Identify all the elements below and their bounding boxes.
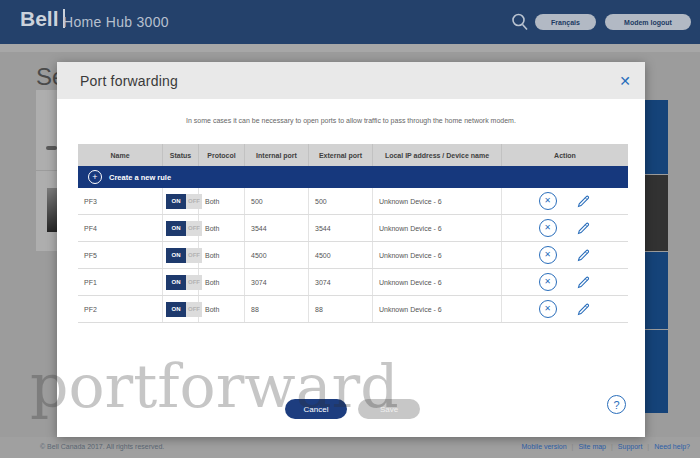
delete-rule-icon[interactable]: ✕	[539, 246, 557, 264]
rule-status-cell: ON OFF	[163, 242, 199, 268]
background-tile-dark	[645, 175, 668, 251]
rule-internal-port: 3074	[245, 269, 309, 295]
x-icon: ✕	[544, 197, 551, 205]
language-button[interactable]: Français	[535, 14, 596, 30]
column-header-action: Action	[502, 144, 628, 166]
footer-links: Mobile version | Site map | Support | Ne…	[521, 443, 690, 450]
footer-link-support[interactable]: Support	[618, 443, 643, 450]
background-tile-blue	[645, 330, 668, 413]
rule-device: Unknown Device - 6	[373, 188, 502, 214]
rule-protocol: Both	[199, 188, 245, 214]
rule-internal-port: 88	[245, 296, 309, 322]
bell-logo-text: Bell	[20, 8, 59, 29]
column-header-external-port: External port	[309, 144, 373, 166]
rule-actions: ✕	[502, 188, 628, 214]
plus-icon: +	[88, 170, 102, 184]
background-tile-blue	[645, 100, 668, 174]
status-toggle[interactable]: ON OFF	[166, 221, 202, 236]
footer-separator: |	[647, 443, 649, 450]
status-toggle[interactable]: ON OFF	[166, 302, 202, 317]
close-icon[interactable]: ✕	[619, 74, 631, 88]
column-header-device: Local IP address / Device name	[373, 144, 502, 166]
dialog-description: In some cases it can be necessary to ope…	[57, 117, 645, 124]
table-row: PF3 ON OFF Both 500 500 Unknown Device -…	[78, 188, 628, 215]
toggle-on-label: ON	[166, 221, 186, 236]
table-row: PF5 ON OFF Both 4500 4500 Unknown Device…	[78, 242, 628, 269]
table-row: PF2 ON OFF Both 88 88 Unknown Device - 6…	[78, 296, 628, 323]
footer-separator: |	[611, 443, 613, 450]
status-toggle[interactable]: ON OFF	[166, 275, 202, 290]
rule-protocol: Both	[199, 269, 245, 295]
rule-name: PF3	[78, 188, 163, 214]
rule-status-cell: ON OFF	[163, 215, 199, 241]
rule-internal-port: 500	[245, 188, 309, 214]
status-toggle[interactable]: ON OFF	[166, 248, 202, 263]
x-icon: ✕	[544, 278, 551, 286]
delete-rule-icon[interactable]: ✕	[539, 192, 557, 210]
edit-rule-icon[interactable]	[576, 247, 592, 263]
footer-separator: |	[572, 443, 574, 450]
rule-external-port: 500	[309, 188, 373, 214]
rule-protocol: Both	[199, 242, 245, 268]
footer-link-mobile-version[interactable]: Mobile version	[521, 443, 566, 450]
rule-status-cell: ON OFF	[163, 269, 199, 295]
rule-name: PF1	[78, 269, 163, 295]
background-card	[36, 90, 57, 170]
rule-actions: ✕	[502, 296, 628, 322]
page-footer: © Bell Canada 2017. All rights reserved.…	[0, 437, 700, 458]
rule-external-port: 88	[309, 296, 373, 322]
toggle-on-label: ON	[166, 275, 186, 290]
save-button[interactable]: Save	[358, 399, 420, 419]
footer-link-site-map[interactable]: Site map	[578, 443, 606, 450]
rule-device: Unknown Device - 6	[373, 242, 502, 268]
rule-external-port: 4500	[309, 242, 373, 268]
rule-actions: ✕	[502, 215, 628, 241]
modem-logout-button[interactable]: Modem logout	[605, 14, 691, 30]
x-icon: ✕	[544, 251, 551, 259]
rule-external-port: 3544	[309, 215, 373, 241]
modem-thumbnail-icon	[46, 146, 57, 150]
toggle-on-label: ON	[166, 302, 186, 317]
port-forwarding-table: Name Status Protocol Internal port Exter…	[78, 144, 628, 323]
table-row: PF4 ON OFF Both 3544 3544 Unknown Device…	[78, 215, 628, 242]
rule-protocol: Both	[199, 296, 245, 322]
port-forwarding-dialog: Port forwarding ✕ In some cases it can b…	[57, 62, 645, 437]
create-new-rule-label: Create a new rule	[109, 173, 171, 182]
rule-actions: ✕	[502, 269, 628, 295]
delete-rule-icon[interactable]: ✕	[539, 300, 557, 318]
dialog-titlebar: Port forwarding ✕	[57, 62, 645, 99]
toggle-on-label: ON	[166, 248, 186, 263]
rule-name: PF5	[78, 242, 163, 268]
rule-internal-port: 3544	[245, 215, 309, 241]
footer-link-need-help[interactable]: Need help?	[654, 443, 690, 450]
edit-rule-icon[interactable]	[576, 220, 592, 236]
column-header-name: Name	[78, 144, 163, 166]
cancel-button[interactable]: Cancel	[285, 399, 347, 419]
edit-rule-icon[interactable]	[576, 274, 592, 290]
delete-rule-icon[interactable]: ✕	[539, 219, 557, 237]
background-tile-blue	[645, 252, 668, 329]
rule-device: Unknown Device - 6	[373, 215, 502, 241]
top-header: Bell Home Hub 3000 Français Modem logout	[0, 0, 700, 44]
rule-external-port: 3074	[309, 269, 373, 295]
table-row: PF1 ON OFF Both 3074 3074 Unknown Device…	[78, 269, 628, 296]
rule-name: PF2	[78, 296, 163, 322]
page-subbar	[0, 44, 700, 52]
edit-rule-icon[interactable]	[576, 301, 592, 317]
rule-status-cell: ON OFF	[163, 188, 199, 214]
edit-rule-icon[interactable]	[576, 193, 592, 209]
column-header-internal-port: Internal port	[245, 144, 309, 166]
rule-device: Unknown Device - 6	[373, 269, 502, 295]
delete-rule-icon[interactable]: ✕	[539, 273, 557, 291]
status-toggle[interactable]: ON OFF	[166, 194, 202, 209]
column-header-protocol: Protocol	[199, 144, 245, 166]
rule-name: PF4	[78, 215, 163, 241]
create-new-rule-button[interactable]: + Create a new rule	[78, 166, 628, 188]
search-icon[interactable]	[510, 12, 530, 32]
copyright-text: © Bell Canada 2017. All rights reserved.	[40, 443, 164, 450]
toggle-on-label: ON	[166, 194, 186, 209]
rule-protocol: Both	[199, 215, 245, 241]
help-icon[interactable]: ?	[607, 395, 626, 414]
dialog-title: Port forwarding	[80, 73, 178, 89]
x-icon: ✕	[544, 224, 551, 232]
